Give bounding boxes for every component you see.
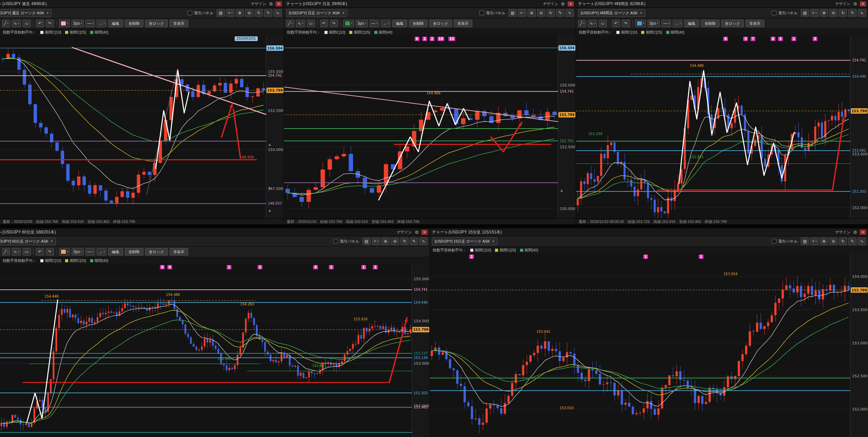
line-tool-button[interactable]: ╱▾ bbox=[286, 20, 294, 27]
redo-button[interactable]: ↷ bbox=[46, 20, 54, 27]
redo-button[interactable]: ↷ bbox=[330, 20, 338, 27]
shape-tool-button[interactable]: ▭ bbox=[599, 20, 607, 27]
line-style-select[interactable]: —▾ bbox=[370, 20, 379, 27]
design-button[interactable]: デザイン bbox=[543, 1, 558, 6]
zoom-out-button[interactable]: ⊖ bbox=[245, 9, 253, 17]
refresh-button[interactable]: ↻ bbox=[255, 9, 263, 17]
thickness-select[interactable]: 3px▾ bbox=[356, 20, 368, 27]
draw-pen-button[interactable]: ✎ bbox=[848, 238, 856, 245]
window-titlebar[interactable]: チャート(USD/JPY 15分足 115/151本) デザイン ⚙ × bbox=[430, 228, 868, 236]
curve-tool-button[interactable]: ∿▾ bbox=[12, 20, 21, 27]
close-button[interactable]: × bbox=[568, 1, 574, 6]
window-titlebar[interactable]: チャート(USD/JPY 60分足 188/201本) デザイン ⚙ × bbox=[0, 228, 430, 236]
add-indicator-button[interactable]: +▾ bbox=[518, 9, 526, 17]
arrow-style-select[interactable]: →▾ bbox=[97, 20, 106, 27]
refresh-button[interactable]: ↻ bbox=[400, 238, 409, 245]
wave-tool-button[interactable]: ∿ bbox=[858, 9, 866, 17]
hide-button[interactable]: 非表示 bbox=[170, 20, 188, 27]
layout-grid-icon[interactable]: ▤ bbox=[362, 238, 371, 245]
undo-button[interactable]: ↶ bbox=[36, 248, 44, 255]
color-swatch-select[interactable]: ▾ bbox=[343, 20, 354, 27]
delete-all-button[interactable]: 全削除 bbox=[125, 20, 143, 27]
trade-panel-checkbox[interactable] bbox=[772, 11, 776, 15]
design-button[interactable]: デザイン bbox=[835, 230, 850, 235]
chart-canvas[interactable]: 155.000152.500150.000154.486154.741152.7… bbox=[284, 36, 576, 218]
shape-tool-button[interactable]: ▭ bbox=[23, 20, 31, 27]
zoom-in-button[interactable]: ⊕ bbox=[381, 238, 390, 245]
design-button[interactable]: デザイン bbox=[835, 1, 850, 6]
trade-panel-checkbox[interactable] bbox=[772, 239, 776, 244]
chart-svg[interactable]: 154.000153.500153.000152.500152.000153.9… bbox=[430, 253, 868, 437]
chart-svg[interactable]: 155.000152.500150.000154.486154.741152.7… bbox=[284, 36, 576, 218]
undo-button[interactable]: ↶ bbox=[320, 20, 328, 27]
draw-pen-button[interactable]: ✎ bbox=[410, 238, 418, 245]
hide-button[interactable]: 非表示 bbox=[746, 20, 764, 27]
line-tool-button[interactable]: ╱▾ bbox=[2, 20, 10, 27]
thickness-select[interactable]: 3px▾ bbox=[72, 20, 84, 27]
settings-gear-icon[interactable]: ⚙ bbox=[561, 1, 565, 6]
lock-all-button[interactable]: 全ロック bbox=[429, 20, 452, 27]
chart-canvas[interactable]: 155.000152.500150.000147.500149.359154.7… bbox=[0, 36, 284, 218]
symbol-timeframe-select[interactable]: [USD/JPY] 4時間足 ローソク ASK ▼ bbox=[578, 9, 645, 17]
close-button[interactable]: × bbox=[860, 1, 866, 6]
delete-all-button[interactable]: 全削除 bbox=[701, 20, 719, 27]
lock-all-button[interactable]: 全ロック bbox=[145, 20, 168, 27]
design-button[interactable]: デザイン bbox=[397, 230, 412, 235]
window-titlebar[interactable]: チャート(USD/JPY 日足 39/65本) デザイン ⚙ × bbox=[284, 0, 576, 8]
zoom-out-button[interactable]: ⊖ bbox=[537, 9, 545, 17]
redo-button[interactable]: ↷ bbox=[622, 20, 630, 27]
edit-button[interactable]: 編集 bbox=[108, 20, 123, 27]
zoom-out-button[interactable]: ⊖ bbox=[391, 238, 399, 245]
lock-all-button[interactable]: 全ロック bbox=[145, 248, 168, 255]
zoom-out-button[interactable]: ⊖ bbox=[829, 238, 837, 245]
symbol-timeframe-select[interactable]: [USD/JPY] 日足 ローソク ASK ▼ bbox=[286, 9, 347, 17]
undo-button[interactable]: ↶ bbox=[612, 20, 620, 27]
settings-gear-icon[interactable]: ⚙ bbox=[853, 1, 857, 6]
window-titlebar[interactable]: チャート(USD/JPY 週足 49/65本) デザイン ⚙ × bbox=[0, 0, 284, 8]
curve-tool-button[interactable]: ∿▾ bbox=[12, 248, 21, 255]
color-swatch-select[interactable]: ▾ bbox=[59, 248, 70, 255]
lock-all-button[interactable]: 全ロック bbox=[721, 20, 744, 27]
arrow-style-select[interactable]: →▾ bbox=[673, 20, 683, 27]
chart-svg[interactable]: 155.000152.500150.000147.500149.359154.7… bbox=[0, 36, 284, 218]
wave-tool-button[interactable]: ∿ bbox=[566, 9, 574, 17]
trade-panel-checkbox[interactable] bbox=[479, 11, 484, 15]
layout-grid-icon[interactable]: ▤ bbox=[217, 9, 225, 17]
symbol-timeframe-select[interactable]: [USD/JPY] 15分足 ローソク ASK ▼ bbox=[432, 238, 497, 245]
wave-tool-button[interactable]: ∿ bbox=[858, 238, 866, 245]
line-tool-button[interactable]: ╱▾ bbox=[2, 248, 10, 255]
hide-button[interactable]: 非表示 bbox=[170, 248, 188, 255]
refresh-button[interactable]: ↻ bbox=[547, 9, 555, 17]
line-style-select[interactable]: —▾ bbox=[85, 248, 95, 255]
trade-panel-checkbox[interactable] bbox=[188, 11, 192, 15]
delete-all-button[interactable]: 全削除 bbox=[125, 248, 143, 255]
chart-canvas[interactable]: 153.000152.000154.486153.239152.821154.7… bbox=[576, 36, 868, 218]
chart-svg[interactable]: 155.000154.000153.000152.000154.448154.4… bbox=[0, 264, 430, 437]
add-indicator-button[interactable]: +▾ bbox=[226, 9, 234, 17]
close-button[interactable]: × bbox=[421, 230, 428, 235]
wave-tool-button[interactable]: ∿ bbox=[274, 9, 282, 17]
undo-button[interactable]: ↶ bbox=[36, 20, 44, 27]
chart-canvas[interactable]: 155.000154.000153.000152.000154.448154.4… bbox=[0, 264, 430, 437]
edit-button[interactable]: 編集 bbox=[392, 20, 407, 27]
edit-button[interactable]: 編集 bbox=[684, 20, 699, 27]
close-button[interactable]: × bbox=[276, 1, 282, 6]
zoom-in-button[interactable]: ⊕ bbox=[820, 9, 828, 17]
zoom-out-button[interactable]: ⊖ bbox=[829, 9, 837, 17]
draw-pen-button[interactable]: ✎ bbox=[556, 9, 564, 17]
shape-tool-button[interactable]: ▭ bbox=[307, 20, 315, 27]
curve-tool-button[interactable]: ∿▾ bbox=[296, 20, 305, 27]
zoom-in-button[interactable]: ⊕ bbox=[820, 238, 828, 245]
settings-gear-icon[interactable]: ⚙ bbox=[853, 230, 857, 235]
design-button[interactable]: デザイン bbox=[251, 1, 266, 6]
layout-grid-icon[interactable]: ▤ bbox=[509, 9, 517, 17]
color-swatch-select[interactable]: ▾ bbox=[59, 20, 70, 27]
settings-gear-icon[interactable]: ⚙ bbox=[415, 230, 419, 235]
curve-tool-button[interactable]: ∿▾ bbox=[588, 20, 597, 27]
thickness-select[interactable]: 3px▾ bbox=[648, 20, 660, 27]
shape-tool-button[interactable]: ▭ bbox=[23, 248, 31, 255]
draw-pen-button[interactable]: ✎ bbox=[264, 9, 272, 17]
zoom-in-button[interactable]: ⊕ bbox=[528, 9, 536, 17]
symbol-timeframe-select[interactable]: [USD/JPY] 60分足 ローソク ASK ▼ bbox=[0, 238, 56, 245]
add-indicator-button[interactable]: +▾ bbox=[810, 238, 818, 245]
